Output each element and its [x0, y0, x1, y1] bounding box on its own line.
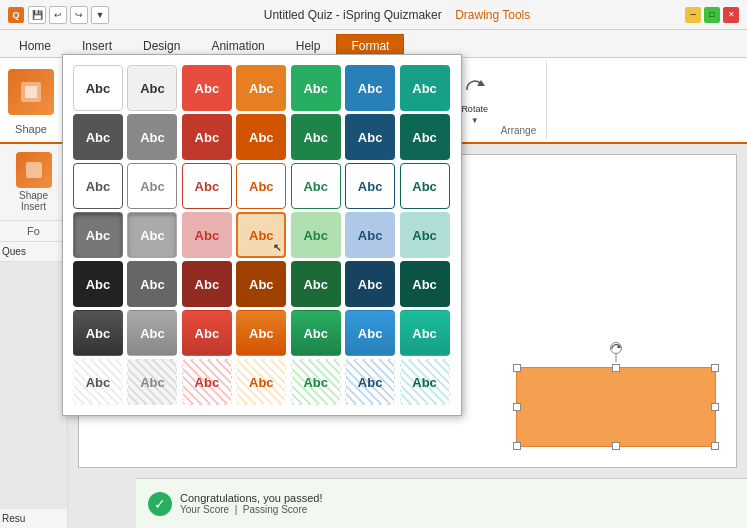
- svg-marker-15: [477, 80, 485, 86]
- handle-tm[interactable]: [612, 364, 620, 372]
- orange-shape[interactable]: [516, 367, 716, 447]
- style-r4c2[interactable]: Abc: [127, 212, 177, 258]
- style-r3c2[interactable]: Abc: [127, 163, 177, 209]
- style-r4c6[interactable]: Abc: [345, 212, 395, 258]
- style-r3c5[interactable]: Abc: [291, 163, 341, 209]
- style-r1c7[interactable]: Abc: [400, 65, 450, 111]
- style-r3c6[interactable]: Abc: [345, 163, 395, 209]
- style-r2c7[interactable]: Abc: [400, 114, 450, 160]
- style-r3c4[interactable]: Abc: [236, 163, 286, 209]
- style-r5c2[interactable]: Abc: [127, 261, 177, 307]
- drawing-tools-label: Drawing Tools: [455, 8, 530, 22]
- style-r6c1[interactable]: Abc: [73, 310, 123, 356]
- style-r2c2[interactable]: Abc: [127, 114, 177, 160]
- shape-sidebar-icon: [24, 160, 44, 180]
- style-r3c1[interactable]: Abc: [73, 163, 123, 209]
- dropdown-panel: Abc Abc Abc Abc Abc Abc Abc Abc Abc Abc …: [62, 54, 462, 416]
- save-button[interactable]: 💾: [28, 6, 46, 24]
- handle-bl[interactable]: [513, 442, 521, 450]
- style-r5c7[interactable]: Abc: [400, 261, 450, 307]
- svg-rect-16: [26, 162, 42, 178]
- style-r7c2[interactable]: Abc: [127, 359, 177, 405]
- title-label: Untitled Quiz - iSpring Quizmaker: [264, 8, 442, 22]
- more-button[interactable]: ▼: [91, 6, 109, 24]
- sidebar-middle: [0, 262, 67, 509]
- sidebar-insert-label: Insert: [21, 201, 46, 212]
- style-r2c3[interactable]: Abc: [182, 114, 232, 160]
- style-r5c3[interactable]: Abc: [182, 261, 232, 307]
- style-r6c6[interactable]: Abc: [345, 310, 395, 356]
- style-r1c5[interactable]: Abc: [291, 65, 341, 111]
- sidebar-shape-label: Shape: [19, 190, 48, 201]
- style-r6c7[interactable]: Abc: [400, 310, 450, 356]
- shape-icon: [17, 78, 45, 106]
- close-button[interactable]: ✕: [723, 7, 739, 23]
- minimize-button[interactable]: ─: [685, 7, 701, 23]
- passing-score-label: Passing Score: [243, 504, 307, 515]
- style-r7c1[interactable]: Abc: [73, 359, 123, 405]
- style-r2c4[interactable]: Abc: [236, 114, 286, 160]
- style-r5c5[interactable]: Abc: [291, 261, 341, 307]
- rotate-arrow: ▼: [471, 116, 479, 125]
- abc-grid: Abc Abc Abc Abc Abc Abc Abc Abc Abc Abc …: [73, 65, 451, 405]
- bottom-bar: ✓ Congratulations, you passed! Your Scor…: [136, 478, 747, 528]
- rotate-icon: [463, 78, 487, 102]
- style-r1c6[interactable]: Abc: [345, 65, 395, 111]
- cursor-indicator: ↖: [273, 242, 281, 253]
- title-bar-left: Q 💾 ↩ ↪ ▼: [8, 6, 109, 24]
- style-r6c5[interactable]: Abc: [291, 310, 341, 356]
- sidebar-fo[interactable]: Fo: [0, 221, 67, 242]
- sidebar-shape[interactable]: Shape Insert: [0, 144, 67, 221]
- style-r7c7[interactable]: Abc: [400, 359, 450, 405]
- left-sidebar: Shape Insert Fo Ques Resu: [0, 144, 68, 528]
- style-r5c6[interactable]: Abc: [345, 261, 395, 307]
- style-r7c5[interactable]: Abc: [291, 359, 341, 405]
- style-r6c2[interactable]: Abc: [127, 310, 177, 356]
- style-r7c4[interactable]: Abc: [236, 359, 286, 405]
- style-r5c4[interactable]: Abc: [236, 261, 286, 307]
- style-r1c3[interactable]: Abc: [182, 65, 232, 111]
- sidebar-shape-icon: [16, 152, 52, 188]
- style-r2c5[interactable]: Abc: [291, 114, 341, 160]
- handle-mr[interactable]: [711, 403, 719, 411]
- redo-button[interactable]: ↪: [70, 6, 88, 24]
- success-icon: ✓: [148, 492, 172, 516]
- style-r6c4[interactable]: Abc: [236, 310, 286, 356]
- style-r5c1[interactable]: Abc: [73, 261, 123, 307]
- undo-button[interactable]: ↩: [49, 6, 67, 24]
- style-r4c1[interactable]: Abc: [73, 212, 123, 258]
- handle-tl[interactable]: [513, 364, 521, 372]
- style-r1c1[interactable]: Abc: [73, 65, 123, 111]
- title-bar-actions: 💾 ↩ ↪ ▼: [28, 6, 109, 24]
- handle-br[interactable]: [711, 442, 719, 450]
- style-r7c3[interactable]: Abc: [182, 359, 232, 405]
- congratulations-text: Congratulations, you passed!: [180, 492, 322, 504]
- handle-tr[interactable]: [711, 364, 719, 372]
- style-r6c3[interactable]: Abc: [182, 310, 232, 356]
- style-r7c6[interactable]: Abc: [345, 359, 395, 405]
- handle-ml[interactable]: [513, 403, 521, 411]
- handle-bm[interactable]: [612, 442, 620, 450]
- rotate-handle[interactable]: [610, 342, 622, 354]
- style-r3c3[interactable]: Abc: [182, 163, 232, 209]
- style-r3c7[interactable]: Abc: [400, 163, 450, 209]
- style-r2c1[interactable]: Abc: [73, 114, 123, 160]
- app-icon: Q: [8, 7, 24, 23]
- style-r1c4[interactable]: Abc: [236, 65, 286, 111]
- style-r2c6[interactable]: Abc: [345, 114, 395, 160]
- style-r1c2[interactable]: Abc: [127, 65, 177, 111]
- title-bar: Q 💾 ↩ ↪ ▼ Untitled Quiz - iSpring Quizma…: [0, 0, 747, 30]
- style-r4c4-selected[interactable]: Abc ↖: [236, 212, 286, 258]
- maximize-button[interactable]: □: [704, 7, 720, 23]
- bottom-text-area: Congratulations, you passed! Your Score …: [180, 492, 322, 515]
- style-r4c7[interactable]: Abc: [400, 212, 450, 258]
- style-r4c3[interactable]: Abc: [182, 212, 232, 258]
- arrange-label: Arrange: [501, 125, 537, 138]
- rotate-handle-icon: [611, 344, 621, 354]
- tab-home[interactable]: Home: [4, 34, 66, 57]
- style-r4c5[interactable]: Abc: [291, 212, 341, 258]
- shape-label: Shape: [15, 123, 47, 135]
- sidebar-ques[interactable]: Ques: [0, 242, 67, 262]
- window-controls: ─ □ ✕: [685, 7, 739, 23]
- sidebar-result[interactable]: Resu: [0, 509, 67, 528]
